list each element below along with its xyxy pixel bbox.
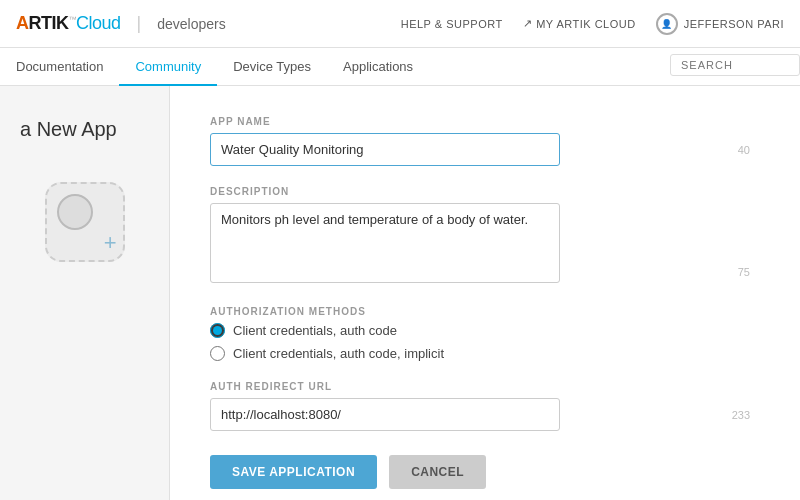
auth-redirect-group: AUTH REDIRECT URL 233 [210,381,760,431]
description-textarea[interactable]: Monitors ph level and temperature of a b… [210,203,560,283]
user-avatar: 👤 [656,13,678,35]
auth-methods-label: AUTHORIZATION METHODS [210,306,760,317]
auth-redirect-input-wrap: 233 [210,398,760,431]
app-name-input-wrap: 40 [210,133,760,166]
app-name-input[interactable] [210,133,560,166]
auth-option-2-label: Client credentials, auth code, implicit [233,346,444,361]
icon-circle [57,194,93,230]
description-char-count: 75 [738,266,750,278]
header-left: ARTIK™Cloud | developers [16,13,226,34]
description-textarea-wrap: Monitors ph level and temperature of a b… [210,203,760,286]
cancel-button[interactable]: CANCEL [389,455,486,489]
main-layout: a New App + APP NAME 40 DESCRIPTION Moni… [0,86,800,500]
page-title: a New App [0,116,169,162]
app-icon-area: + [0,162,169,282]
auth-redirect-input[interactable] [210,398,560,431]
external-link-icon: ↗ [523,17,533,30]
user-menu[interactable]: 👤 JEFFERSON PARI [656,13,784,35]
auth-radio-1[interactable] [210,323,225,338]
app-icon-placeholder: + [45,182,125,262]
search-input[interactable] [670,54,800,76]
header: ARTIK™Cloud | developers HELP & SUPPORT … [0,0,800,48]
description-label: DESCRIPTION [210,186,760,197]
app-name-label: APP NAME [210,116,760,127]
help-support-link[interactable]: HELP & SUPPORT [401,18,503,30]
nav-item-documentation[interactable]: Documentation [0,48,119,86]
nav-item-community[interactable]: Community [119,48,217,86]
auth-option-1-label: Client credentials, auth code [233,323,397,338]
nav: Documentation Community Device Types App… [0,48,800,86]
nav-item-device-types[interactable]: Device Types [217,48,327,86]
app-name-group: APP NAME 40 [210,116,760,166]
nav-item-applications[interactable]: Applications [327,48,429,86]
header-right: HELP & SUPPORT ↗ MY ARTIK CLOUD 👤 JEFFER… [401,13,784,35]
logo-divider: | [137,13,142,34]
auth-radio-2[interactable] [210,346,225,361]
auth-option-2[interactable]: Client credentials, auth code, implicit [210,346,760,361]
radio-group: Client credentials, auth code Client cre… [210,323,760,361]
content: APP NAME 40 DESCRIPTION Monitors ph leve… [170,86,800,500]
logo-developers-label: developers [157,16,226,32]
my-artik-cloud-link[interactable]: ↗ MY ARTIK CLOUD [523,17,636,30]
auth-option-1[interactable]: Client credentials, auth code [210,323,760,338]
description-group: DESCRIPTION Monitors ph level and temper… [210,186,760,286]
sidebar: a New App + [0,86,170,500]
form-actions: SAVE APPLICATION CANCEL [210,455,760,489]
save-application-button[interactable]: SAVE APPLICATION [210,455,377,489]
auth-methods-group: AUTHORIZATION METHODS Client credentials… [210,306,760,361]
auth-redirect-label: AUTH REDIRECT URL [210,381,760,392]
app-name-char-count: 40 [738,144,750,156]
auth-redirect-char-count: 233 [732,409,750,421]
artik-logo: ARTIK™Cloud [16,13,121,34]
nav-search-wrap [670,54,800,76]
add-icon: + [104,232,117,254]
user-name: JEFFERSON PARI [684,18,784,30]
